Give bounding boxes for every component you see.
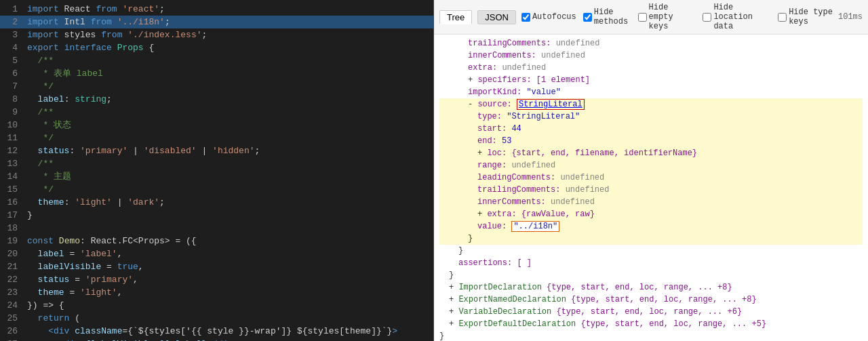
line-content: <div className={`${styles['{{ style }}-w… bbox=[24, 325, 433, 338]
tree-node: + extra: {rawValue, raw} bbox=[439, 208, 863, 220]
code-line: 1import React from 'react'; bbox=[0, 3, 433, 16]
tree-node: assertions: [ ] bbox=[439, 257, 863, 269]
line-content: /** bbox=[24, 106, 433, 119]
tree-node: } bbox=[439, 233, 863, 245]
code-line: 18 bbox=[0, 222, 433, 235]
line-number: 10 bbox=[0, 119, 24, 132]
option-autofocus[interactable]: Autofocus bbox=[521, 12, 576, 22]
line-content: label = 'label', bbox=[24, 247, 433, 260]
line-content: * 表单 label bbox=[24, 67, 433, 80]
line-content: status: 'primary' | 'disabled' | 'hidden… bbox=[24, 144, 433, 157]
line-content: */ bbox=[24, 132, 433, 144]
line-content: <div>{labelVisible && label}</div> bbox=[24, 338, 433, 341]
line-content: theme = 'light', bbox=[24, 286, 433, 299]
line-content: import React from 'react'; bbox=[24, 3, 433, 16]
tree-node: + ExportNamedDeclaration {type, start, e… bbox=[439, 294, 863, 306]
line-content: status = 'primary', bbox=[24, 273, 433, 286]
code-line: 8 label: string; bbox=[0, 93, 433, 106]
code-line: 21 labelVisible = true, bbox=[0, 260, 433, 273]
line-number: 24 bbox=[0, 299, 24, 312]
tree-node: end: 53 bbox=[439, 135, 863, 147]
tree-node: } bbox=[439, 330, 863, 341]
code-line: 11 */ bbox=[0, 132, 433, 144]
line-number: 18 bbox=[0, 222, 24, 235]
line-number: 4 bbox=[0, 41, 24, 54]
code-line: 6 * 表单 label bbox=[0, 67, 433, 80]
code-line: 25 return ( bbox=[0, 312, 433, 325]
code-line: 9 /** bbox=[0, 106, 433, 119]
code-line: 19const Demo: React.FC<Props> = ({ bbox=[0, 235, 433, 247]
code-line: 23 theme = 'light', bbox=[0, 286, 433, 299]
tree-node: + ImportDeclaration {type, start, end, l… bbox=[439, 281, 863, 294]
line-number: 26 bbox=[0, 325, 24, 338]
option-hide-methods[interactable]: Hide methods bbox=[583, 7, 631, 26]
line-number: 2 bbox=[0, 16, 24, 28]
line-number: 22 bbox=[0, 273, 24, 286]
code-editor: 1import React from 'react';2import Intl … bbox=[0, 0, 434, 341]
tab-json[interactable]: JSON bbox=[477, 10, 516, 24]
line-number: 27 bbox=[0, 338, 24, 341]
tree-node: + ExportDefaultDeclaration {type, start,… bbox=[439, 318, 863, 330]
code-line: 27 <div>{labelVisible && label}</div> bbox=[0, 338, 433, 341]
line-number: 21 bbox=[0, 260, 24, 273]
code-line: 10 * 状态 bbox=[0, 119, 433, 132]
line-content: }) => { bbox=[24, 299, 433, 312]
ast-options: Autofocus Hide methods Hide empty keys H… bbox=[521, 3, 833, 31]
code-line: 26 <div className={`${styles['{{ style }… bbox=[0, 325, 433, 338]
code-line: 7 */ bbox=[0, 80, 433, 93]
tree-node: innerComments: undefined bbox=[439, 49, 863, 62]
line-number: 7 bbox=[0, 80, 24, 93]
line-number: 15 bbox=[0, 183, 24, 196]
tree-node: value: "../i18n" bbox=[439, 220, 863, 233]
line-number: 19 bbox=[0, 235, 24, 247]
code-line: 16 theme: 'light' | 'dark'; bbox=[0, 196, 433, 209]
option-hide-type-keys[interactable]: Hide type keys bbox=[778, 7, 833, 26]
option-hide-empty-keys[interactable]: Hide empty keys bbox=[638, 3, 696, 31]
line-content: * 主题 bbox=[24, 170, 433, 183]
line-content bbox=[24, 222, 433, 235]
line-number: 12 bbox=[0, 144, 24, 157]
line-content: * 状态 bbox=[24, 119, 433, 132]
line-content: label: string; bbox=[24, 93, 433, 106]
ast-tree-content[interactable]: trailingComments: undefinedinnerComments… bbox=[434, 35, 868, 341]
line-content: */ bbox=[24, 183, 433, 196]
code-line: 5 /** bbox=[0, 54, 433, 67]
code-line: 12 status: 'primary' | 'disabled' | 'hid… bbox=[0, 144, 433, 157]
line-content: import Intl from '../i18n'; bbox=[24, 16, 433, 28]
line-number: 8 bbox=[0, 93, 24, 106]
tab-tree[interactable]: Tree bbox=[439, 10, 472, 24]
line-number: 5 bbox=[0, 54, 24, 67]
line-number: 3 bbox=[0, 28, 24, 41]
code-line: 20 label = 'label', bbox=[0, 247, 433, 260]
tree-node: + VariableDeclaration {type, start, end,… bbox=[439, 306, 863, 318]
tree-node: start: 44 bbox=[439, 123, 863, 135]
line-content: labelVisible = true, bbox=[24, 260, 433, 273]
code-line: 14 * 主题 bbox=[0, 170, 433, 183]
tree-node: } bbox=[439, 245, 863, 257]
option-hide-location[interactable]: Hide location data bbox=[703, 3, 771, 31]
line-number: 11 bbox=[0, 132, 24, 144]
line-number: 23 bbox=[0, 286, 24, 299]
line-number: 1 bbox=[0, 3, 24, 16]
line-number: 13 bbox=[0, 157, 24, 170]
tree-node: trailingComments: undefined bbox=[439, 184, 863, 196]
line-content: /** bbox=[24, 54, 433, 67]
code-line: 22 status = 'primary', bbox=[0, 273, 433, 286]
code-line: 24}) => { bbox=[0, 299, 433, 312]
line-content: return ( bbox=[24, 312, 433, 325]
line-content: import styles from './index.less'; bbox=[24, 28, 433, 41]
line-number: 14 bbox=[0, 170, 24, 183]
line-content: /** bbox=[24, 157, 433, 170]
tree-node: range: undefined bbox=[439, 159, 863, 172]
code-line: 15 */ bbox=[0, 183, 433, 196]
tree-node: extra: undefined bbox=[439, 62, 863, 74]
tree-node: trailingComments: undefined bbox=[439, 37, 863, 49]
line-number: 25 bbox=[0, 312, 24, 325]
line-content: } bbox=[24, 209, 433, 222]
tree-node: + specifiers: [1 element] bbox=[439, 74, 863, 86]
tree-node: - source: StringLiteral bbox=[439, 98, 863, 111]
code-line: 3import styles from './index.less'; bbox=[0, 28, 433, 41]
line-number: 17 bbox=[0, 209, 24, 222]
code-line: 2import Intl from '../i18n'; bbox=[0, 16, 433, 28]
line-content: theme: 'light' | 'dark'; bbox=[24, 196, 433, 209]
